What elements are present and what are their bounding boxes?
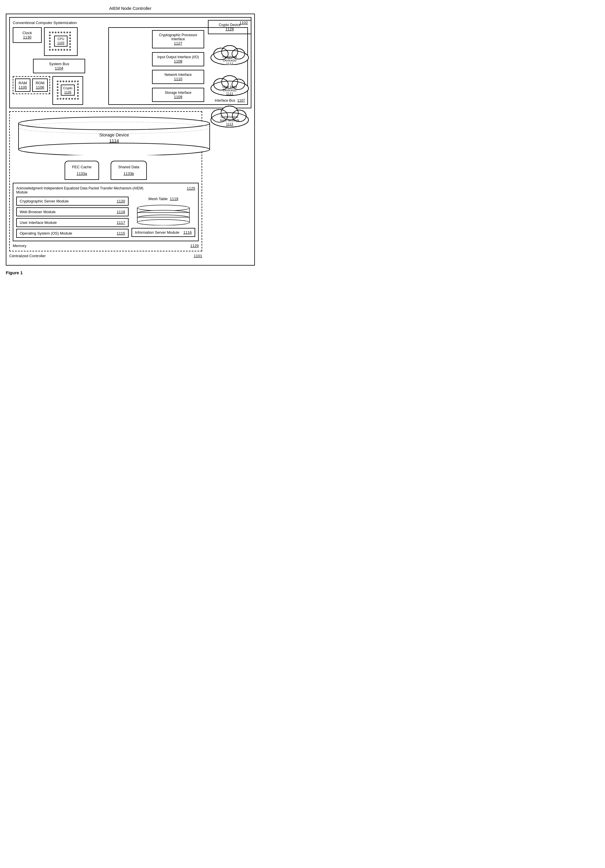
clock-box: Clock 1130 bbox=[13, 27, 42, 43]
fec-cache-label: FEC Cache bbox=[72, 165, 92, 169]
web-browser-label: Web Browser Module bbox=[20, 210, 56, 214]
svg-point-15 bbox=[69, 43, 71, 45]
crypto-device-label: Crypto Device bbox=[211, 23, 248, 27]
storage-iface-num: 1109 bbox=[155, 95, 201, 99]
svg-point-38 bbox=[77, 84, 79, 85]
memory-section: Storage Device 1114 FEC Cache 1133a Shar… bbox=[9, 111, 202, 251]
cpu-chip-area: CPU 1103 bbox=[44, 27, 78, 56]
ram-num: 1105 bbox=[19, 85, 27, 90]
svg-point-21 bbox=[57, 49, 59, 51]
page-title: AIEM Node Controller bbox=[6, 6, 255, 11]
io-num: 1108 bbox=[155, 59, 201, 64]
dot-grid-svg: CPU 1103 bbox=[47, 29, 75, 53]
svg-point-44 bbox=[77, 92, 79, 94]
svg-point-31 bbox=[62, 81, 64, 82]
user-input-device: User Input Device(s) 1111 bbox=[208, 70, 251, 97]
svg-point-47 bbox=[57, 98, 59, 100]
svg-text:tions Network: tions Network bbox=[220, 118, 239, 122]
info-server-module: Information Server Module 1116 bbox=[132, 228, 195, 237]
aiem-module: Acknowledgment Independent Equalized Dat… bbox=[13, 183, 199, 241]
svg-point-33 bbox=[68, 81, 70, 82]
net-iface-num: 1110 bbox=[155, 77, 201, 81]
storage-iface-label: Storage Interface bbox=[155, 91, 201, 95]
svg-point-36 bbox=[77, 81, 79, 82]
svg-point-6 bbox=[66, 32, 68, 33]
rom-num: 1106 bbox=[36, 85, 44, 90]
svg-text:Device(s): Device(s) bbox=[223, 88, 236, 92]
svg-point-39 bbox=[57, 86, 59, 88]
svg-point-1 bbox=[52, 32, 54, 33]
svg-text:1126: 1126 bbox=[64, 90, 71, 94]
svg-text:Peripheral: Peripheral bbox=[222, 55, 237, 59]
aiem-module-num: 1125 bbox=[187, 186, 195, 191]
svg-point-115 bbox=[137, 220, 189, 225]
info-server-num: 1116 bbox=[183, 230, 192, 235]
aiem-module-label: Acknowledgment Independent Equalized Dat… bbox=[16, 186, 144, 194]
svg-point-18 bbox=[49, 49, 51, 51]
crypto-server-module: Cryptographic Server Module 1120 bbox=[16, 197, 129, 206]
ui-module-num: 1117 bbox=[117, 220, 125, 225]
svg-point-34 bbox=[71, 81, 73, 82]
svg-point-53 bbox=[74, 98, 76, 100]
svg-point-20 bbox=[55, 49, 56, 51]
svg-point-110 bbox=[137, 205, 189, 211]
svg-point-32 bbox=[65, 81, 67, 82]
svg-point-46 bbox=[77, 95, 79, 97]
svg-point-9 bbox=[69, 34, 71, 36]
mesh-table-label: Mesh Table bbox=[149, 197, 168, 201]
svg-point-4 bbox=[60, 32, 62, 33]
svg-point-54 bbox=[77, 98, 79, 100]
ui-module: User Interface Module 1117 bbox=[16, 218, 129, 227]
svg-point-7 bbox=[69, 32, 71, 33]
svg-point-105 bbox=[19, 143, 210, 155]
crypto-device: Crypto Device 1128 bbox=[208, 20, 251, 34]
network-interface: Network Interface 1110 bbox=[152, 70, 204, 84]
svg-point-2 bbox=[55, 32, 56, 33]
svg-point-49 bbox=[62, 98, 64, 100]
svg-point-35 bbox=[74, 81, 76, 82]
storage-cylinder-svg: Storage Device 1114 bbox=[13, 115, 216, 155]
controller-label: Centralized Controller bbox=[9, 254, 46, 258]
io-interface: Input Output Interface (I/O) 1108 bbox=[152, 52, 204, 66]
web-browser-module: Web Browser Module 1118 bbox=[16, 208, 129, 216]
ram-box: RAM 1105 bbox=[15, 79, 30, 92]
svg-point-23 bbox=[64, 49, 65, 51]
svg-point-8 bbox=[49, 34, 51, 36]
svg-text:1111: 1111 bbox=[226, 92, 233, 95]
svg-point-29 bbox=[57, 81, 59, 82]
os-module-label: Operating System (OS) Module bbox=[20, 231, 72, 236]
rom-label: ROM bbox=[36, 81, 44, 85]
web-browser-num: 1118 bbox=[117, 210, 125, 214]
svg-point-45 bbox=[57, 95, 59, 97]
system-label: Conventional Computer Systemization bbox=[13, 20, 77, 25]
svg-point-5 bbox=[64, 32, 65, 33]
svg-point-52 bbox=[71, 98, 73, 100]
peripheral-device: Peripheral Device(s) 1112 bbox=[208, 42, 251, 66]
ui-module-label: User Interface Module bbox=[20, 220, 57, 225]
svg-point-22 bbox=[60, 49, 62, 51]
svg-point-41 bbox=[57, 89, 59, 91]
crypto-proc-num: 1127 bbox=[155, 41, 201, 45]
svg-point-104 bbox=[19, 117, 210, 130]
centralized-controller: Conventional Computer Systemization 1102… bbox=[6, 14, 255, 266]
io-label: Input Output Interface (I/O) bbox=[155, 55, 201, 59]
svg-point-40 bbox=[77, 86, 79, 88]
svg-text:1112: 1112 bbox=[226, 62, 233, 65]
svg-text:Crypto: Crypto bbox=[63, 86, 72, 90]
svg-point-0 bbox=[49, 32, 51, 33]
svg-point-3 bbox=[57, 32, 59, 33]
crypto-server-label: Cryptographic Server Module bbox=[20, 199, 69, 203]
svg-text:1113: 1113 bbox=[226, 122, 233, 126]
fec-cache-num: 1133a bbox=[76, 172, 87, 176]
sysbus-label: System Bus bbox=[39, 62, 79, 66]
svg-text:1114: 1114 bbox=[109, 138, 119, 143]
svg-point-48 bbox=[60, 98, 61, 100]
storage-device: Storage Device 1114 bbox=[13, 115, 199, 156]
svg-text:CPU: CPU bbox=[57, 37, 64, 40]
fec-cache: FEC Cache 1133a bbox=[65, 161, 99, 180]
mesh-table-num: 1119 bbox=[170, 197, 178, 201]
shared-data-label: Shared Data bbox=[118, 165, 139, 169]
controller-num: 1101 bbox=[194, 254, 202, 258]
rom-box: ROM 1106 bbox=[32, 79, 48, 92]
os-module-num: 1115 bbox=[117, 231, 125, 236]
